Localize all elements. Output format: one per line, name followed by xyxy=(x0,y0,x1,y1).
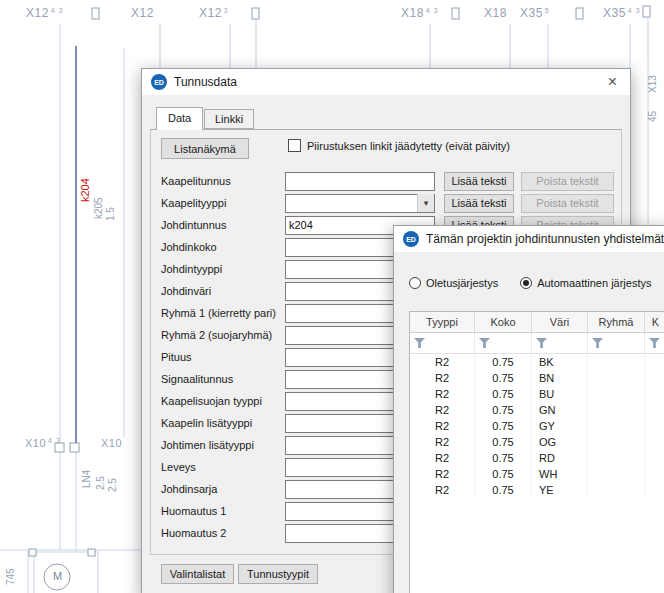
cad-connector-label: X123 xyxy=(199,6,229,20)
remove-text-button: Poista tekstit xyxy=(521,194,614,213)
cell-tyyppi: R2 xyxy=(410,402,475,418)
freeze-links-checkbox[interactable] xyxy=(288,139,301,152)
list-view-button[interactable]: Listanäkymä xyxy=(161,138,249,159)
cad-wire-size: 1.5 xyxy=(105,207,116,221)
tunnustyypit-button[interactable]: Tunnustyypit xyxy=(238,564,318,584)
cad-wire-id: LN4 xyxy=(81,470,92,488)
cell-tyyppi: R2 xyxy=(410,434,475,450)
table-row[interactable]: R2 0.75 GN xyxy=(410,402,664,418)
field-label: Johdinsarja xyxy=(161,483,285,495)
cell-tyyppi: R2 xyxy=(410,450,475,466)
cell-tyyppi: R2 xyxy=(410,482,475,498)
tunnusdata-titlebar[interactable]: ED Tunnusdata × xyxy=(142,69,630,95)
dialog-title: Tämän projektin johdintunnusten yhdistel… xyxy=(426,232,664,246)
column-header-ryhma[interactable]: Ryhmä xyxy=(588,312,645,332)
table-row[interactable]: R2 0.75 RD xyxy=(410,450,664,466)
cell-k xyxy=(645,418,664,434)
field-combobox-kaapelityyppi[interactable]: ▾ xyxy=(285,193,435,213)
column-header-k[interactable]: K xyxy=(645,312,664,332)
valintalistat-button[interactable]: Valintalistat xyxy=(161,564,234,584)
table-header: Tyyppi Koko Väri Ryhmä K xyxy=(410,312,664,333)
table-row[interactable]: R2 0.75 GY xyxy=(410,418,664,434)
field-label: Kaapelitunnus xyxy=(161,175,285,187)
cad-connector-label: X124 3 xyxy=(26,6,64,20)
table-row[interactable]: R2 0.75 OG xyxy=(410,434,664,450)
field-label: Kaapelityyppi xyxy=(161,197,285,209)
cell-k xyxy=(645,354,664,370)
cell-ryhma xyxy=(588,370,645,386)
cad-wire-id: k205 xyxy=(93,197,104,219)
cell-k xyxy=(645,450,664,466)
table-row[interactable]: R2 0.75 BN xyxy=(410,370,664,386)
add-text-button[interactable]: Lisää teksti xyxy=(444,172,514,191)
freeze-links-checkbox-label: Piirustuksen linkit jäädytetty (eivät pä… xyxy=(307,140,510,152)
cell-tyyppi: R2 xyxy=(410,386,475,402)
filter-cell xyxy=(410,333,475,353)
tab-linkki[interactable]: Linkki xyxy=(204,109,254,129)
cell-tyyppi: R2 xyxy=(410,354,475,370)
cell-ryhma xyxy=(588,434,645,450)
cell-ryhma xyxy=(588,402,645,418)
field-input-kaapelityyppi[interactable] xyxy=(285,194,435,213)
yhdistelmat-titlebar[interactable]: ED Tämän projektin johdintunnusten yhdis… xyxy=(394,226,664,252)
radio-label: Automaattinen järjestys xyxy=(537,277,651,289)
cell-vari: BK xyxy=(532,354,588,370)
filter-cell xyxy=(645,333,664,353)
cell-tyyppi: R2 xyxy=(410,370,475,386)
filter-icon[interactable] xyxy=(414,338,425,348)
cad-connector-label: X10 xyxy=(101,437,124,449)
cell-koko: 0.75 xyxy=(475,402,532,418)
cell-koko: 0.75 xyxy=(475,418,532,434)
filter-icon[interactable] xyxy=(536,338,547,348)
tab-data[interactable]: Data xyxy=(156,107,203,130)
cell-vari: WH xyxy=(532,466,588,482)
cell-tyyppi: R2 xyxy=(410,418,475,434)
table-row[interactable]: R2 0.75 WH xyxy=(410,466,664,482)
field-label: Huomautus 2 xyxy=(161,527,285,539)
field-label: Johdinkoko xyxy=(161,241,285,253)
freeze-links-checkbox-row: Piirustuksen linkit jäädytetty (eivät pä… xyxy=(288,139,510,152)
field-label: Huomautus 1 xyxy=(161,505,285,517)
radio-oletusjarjestys[interactable] xyxy=(409,277,421,289)
filter-icon[interactable] xyxy=(649,338,660,348)
close-icon[interactable]: × xyxy=(608,72,617,92)
table-row[interactable]: R2 0.75 BU xyxy=(410,386,664,402)
add-text-button[interactable]: Lisää teksti xyxy=(444,194,514,213)
cell-vari: OG xyxy=(532,434,588,450)
cell-koko: 0.75 xyxy=(475,466,532,482)
cell-vari: GY xyxy=(532,418,588,434)
cad-wire-size: 45 xyxy=(647,111,658,122)
cell-koko: 0.75 xyxy=(475,386,532,402)
cell-vari: BN xyxy=(532,370,588,386)
cell-ryhma xyxy=(588,466,645,482)
table-row[interactable]: R2 0.75 BK xyxy=(410,354,664,370)
cell-koko: 0.75 xyxy=(475,434,532,450)
field-input-kaapelitunnus[interactable] xyxy=(285,172,435,191)
dropdown-arrow-icon[interactable]: ▾ xyxy=(417,194,434,212)
cad-wire-id: k204 xyxy=(79,178,91,202)
cell-vari: RD xyxy=(532,450,588,466)
column-header-koko[interactable]: Koko xyxy=(475,312,532,332)
cell-k xyxy=(645,482,664,498)
cad-workspace: X124 3 X12 X123 X184 3 X18 X355 X354 3 X… xyxy=(0,0,664,593)
filter-icon[interactable] xyxy=(592,338,603,348)
cell-koko: 0.75 xyxy=(475,450,532,466)
field-row: Kaapelitunnus Lisää teksti Poista teksti… xyxy=(161,170,614,192)
cad-connector-label: X12 xyxy=(131,6,156,20)
field-label: Ryhmä 1 (kierretty pari) xyxy=(161,307,285,319)
cell-ryhma xyxy=(588,386,645,402)
filter-icon[interactable] xyxy=(479,338,490,348)
column-header-tyyppi[interactable]: Tyyppi xyxy=(410,312,475,332)
radio-automaattinen-jarjestys[interactable] xyxy=(520,277,532,289)
cell-vari: BU xyxy=(532,386,588,402)
field-row: Kaapelityyppi ▾ Lisää teksti Poista teks… xyxy=(161,192,614,214)
order-radio-group: Oletusjärjestys Automaattinen järjestys xyxy=(409,277,651,289)
filter-row xyxy=(410,333,664,354)
column-header-vari[interactable]: Väri xyxy=(532,312,588,332)
motor-label: M xyxy=(51,570,64,582)
cad-wire-id: 745 xyxy=(5,568,16,585)
table-row[interactable]: R2 0.75 YE xyxy=(410,482,664,498)
cell-k xyxy=(645,370,664,386)
field-label: Johdintunnus xyxy=(161,219,285,231)
field-label: Pituus xyxy=(161,351,285,363)
